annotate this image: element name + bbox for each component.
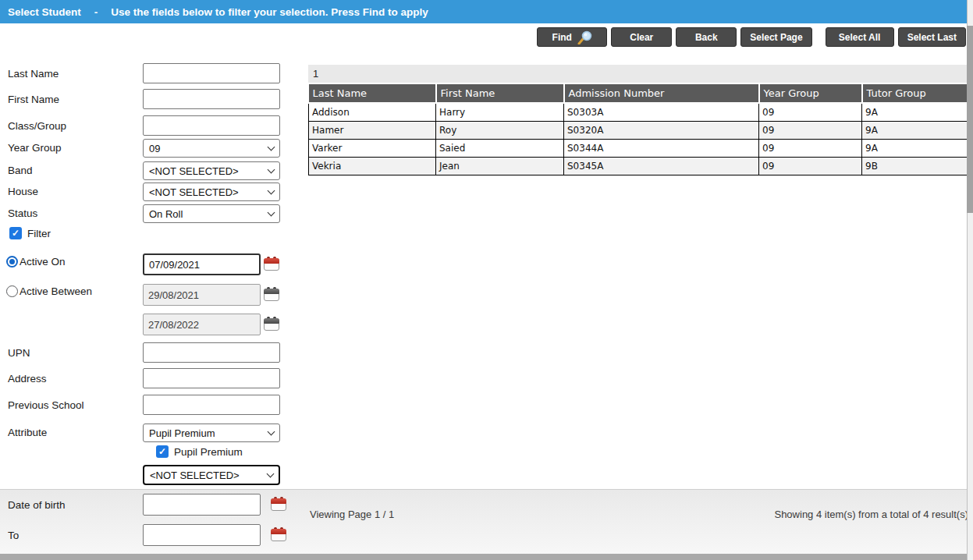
chevron-down-icon [268, 427, 275, 435]
cell-last-name[interactable]: Vekria [309, 158, 436, 175]
year-group-label: Year Group [8, 138, 62, 157]
active-between-from-input[interactable] [143, 284, 261, 306]
previous-school-input[interactable] [143, 395, 280, 415]
filter-checkbox-row: ✓ Filter [9, 227, 51, 239]
calendar-top [264, 258, 279, 264]
attribute-value: Pupil Premium [149, 427, 215, 439]
active-between-label: Active Between [20, 285, 92, 297]
year-group-select[interactable]: 09 [143, 139, 280, 158]
check-icon: ✓ [12, 228, 20, 239]
active-between-radio[interactable] [6, 285, 18, 297]
first-name-label: First Name [8, 89, 59, 109]
cell-first-name[interactable]: Roy [436, 122, 564, 140]
column-header-last-name[interactable]: Last Name [309, 84, 436, 103]
cell-admission-number[interactable]: S0303A [564, 103, 759, 122]
class-group-label: Class/Group [8, 115, 66, 136]
select-all-button-label: Select All [839, 32, 881, 43]
date-of-birth-to-input[interactable] [143, 524, 261, 546]
gray-calendar-icon[interactable] [264, 289, 279, 301]
cell-year-group[interactable]: 09 [759, 103, 862, 122]
last-name-input[interactable] [143, 63, 280, 83]
pupil-premium-checkbox-row: ✓ Pupil Premium [156, 445, 243, 458]
dialog-title: Select Student [8, 6, 81, 18]
cell-year-group[interactable]: 09 [759, 158, 862, 175]
cell-year-group[interactable]: 09 [759, 122, 862, 140]
attribute-extra-select[interactable]: <NOT SELECTED> [143, 465, 280, 485]
red-calendar-icon[interactable] [271, 498, 286, 511]
table-row[interactable]: Addison Harry S0303A 09 9A [309, 103, 969, 122]
find-button[interactable]: Find [537, 27, 607, 47]
attribute-select[interactable]: Pupil Premium [143, 424, 280, 442]
pupil-premium-checkbox-label: Pupil Premium [174, 446, 243, 458]
active-between-to-input[interactable] [143, 314, 261, 335]
column-header-tutor-group[interactable]: Tutor Group [862, 84, 969, 103]
column-header-year-group[interactable]: Year Group [759, 84, 862, 103]
filter-checkbox-label: Filter [27, 228, 51, 239]
cell-tutor-group[interactable]: 9B [862, 158, 969, 175]
band-label: Band [8, 161, 33, 179]
title-dash: - [94, 6, 98, 18]
cell-first-name[interactable]: Jean [436, 158, 564, 175]
status-label: Status [8, 204, 37, 222]
clear-button[interactable]: Clear [611, 27, 672, 47]
column-header-admission-number[interactable]: Admission Number [564, 84, 759, 103]
cell-admission-number[interactable]: S0344A [564, 140, 759, 158]
filter-checkbox[interactable]: ✓ [9, 227, 22, 239]
vertical-scrollbar[interactable] [967, 0, 973, 560]
select-last-button[interactable]: Select Last [898, 27, 966, 47]
find-button-label: Find [552, 32, 572, 43]
vertical-scrollbar-thumb[interactable] [967, 26, 973, 213]
date-of-birth-label: Date of birth [8, 494, 66, 516]
table-row[interactable]: Vekria Jean S0345A 09 9B [309, 158, 969, 175]
table-row[interactable]: Hamer Roy S0320A 09 9A [309, 122, 969, 140]
page-indicator-bar[interactable]: 1 [308, 65, 968, 83]
gray-calendar-icon[interactable] [264, 318, 279, 331]
red-calendar-icon[interactable] [271, 529, 286, 541]
results-table: Last Name First Name Admission Number Ye… [308, 84, 969, 175]
back-button[interactable]: Back [676, 27, 737, 47]
select-page-button-label: Select Page [750, 32, 802, 43]
cell-tutor-group[interactable]: 9A [862, 140, 969, 158]
back-button-label: Back [695, 32, 718, 43]
page-indicator: 1 [313, 68, 318, 80]
active-on-radio[interactable] [6, 256, 18, 268]
dialog-title-bar: Select Student - Use the fields below to… [0, 0, 967, 23]
cell-admission-number[interactable]: S0320A [564, 122, 759, 140]
band-select[interactable]: <NOT SELECTED> [143, 161, 280, 180]
house-label: House [8, 182, 38, 200]
cell-first-name[interactable]: Harry [436, 103, 564, 122]
class-group-input[interactable] [143, 115, 280, 136]
house-value: <NOT SELECTED> [149, 186, 239, 198]
chevron-down-icon [268, 143, 275, 151]
date-of-birth-input[interactable] [143, 494, 261, 516]
calendar-top [271, 529, 286, 534]
results-header-row: Last Name First Name Admission Number Ye… [309, 84, 969, 103]
chevron-down-icon [267, 470, 275, 477]
cell-last-name[interactable]: Varker [309, 140, 436, 158]
house-select[interactable]: <NOT SELECTED> [143, 183, 280, 201]
cell-first-name[interactable]: Saied [436, 140, 564, 158]
column-header-first-name[interactable]: First Name [436, 84, 564, 103]
status-select[interactable]: On Roll [143, 204, 280, 223]
toolbar: Find Clear Back Select Page Select All S… [537, 27, 966, 47]
address-input[interactable] [143, 368, 280, 388]
pupil-premium-checkbox[interactable]: ✓ [156, 445, 169, 458]
cell-last-name[interactable]: Hamer [309, 122, 436, 140]
active-on-date-input[interactable] [143, 253, 261, 275]
cell-last-name[interactable]: Addison [309, 103, 436, 122]
select-page-button[interactable]: Select Page [740, 27, 811, 47]
check-icon: ✓ [158, 446, 166, 457]
upn-input[interactable] [143, 342, 280, 363]
table-row[interactable]: Varker Saied S0344A 09 9A [309, 140, 969, 158]
cell-year-group[interactable]: 09 [759, 140, 862, 158]
footer-status: Viewing Page 1 / 1 Showing 4 item(s) fro… [310, 509, 968, 520]
horizontal-scrollbar[interactable] [0, 554, 967, 560]
cell-admission-number[interactable]: S0345A [564, 158, 759, 175]
chevron-down-icon [268, 186, 275, 194]
red-calendar-icon[interactable] [264, 258, 279, 271]
first-name-input[interactable] [143, 89, 280, 109]
cell-tutor-group[interactable]: 9A [862, 122, 969, 140]
select-all-button[interactable]: Select All [826, 27, 894, 47]
viewing-page-text: Viewing Page 1 / 1 [310, 509, 394, 520]
cell-tutor-group[interactable]: 9A [862, 103, 969, 122]
